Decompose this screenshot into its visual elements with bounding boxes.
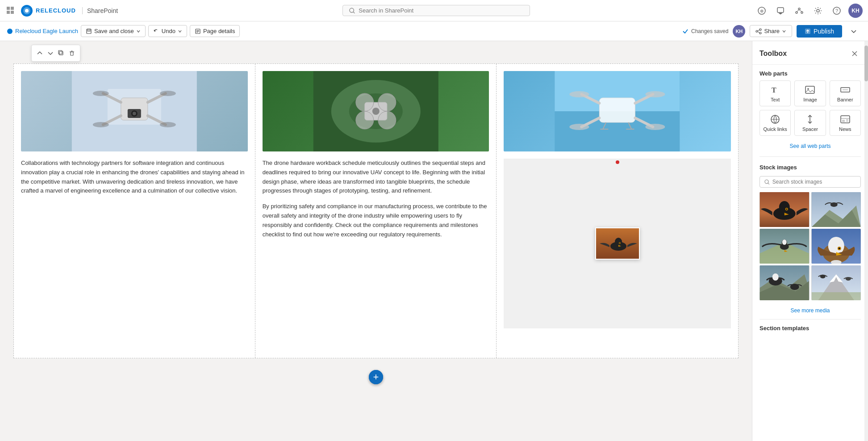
undo-icon: [153, 28, 159, 34]
main-layout: Collaborations with technology partners …: [0, 41, 868, 441]
drone-image-3[interactable]: [504, 71, 731, 151]
column-1: Collaborations with technology partners …: [14, 64, 255, 358]
add-section-icon[interactable]: +: [369, 370, 383, 384]
user-avatar[interactable]: KH: [848, 4, 863, 18]
dragged-image-preview: [595, 227, 640, 260]
site-dot: [7, 29, 13, 34]
stock-image-6[interactable]: [811, 265, 861, 300]
undo-button[interactable]: Undo: [148, 25, 187, 37]
stock-image-4[interactable]: [811, 229, 861, 264]
web-part-spacer[interactable]: Spacer: [794, 110, 826, 136]
content-area: Collaborations with technology partners …: [0, 41, 752, 441]
save-icon: [86, 28, 92, 34]
spacer-label: Spacer: [802, 126, 818, 132]
spacer-webpart-icon: [805, 114, 815, 125]
stock-image-3[interactable]: [760, 229, 810, 264]
help-icon-btn[interactable]: ?: [830, 4, 844, 18]
search-input[interactable]: [359, 7, 523, 14]
changes-saved-label: Changes saved: [682, 28, 728, 34]
drone-image-1[interactable]: [21, 71, 248, 151]
web-part-text[interactable]: T Text: [760, 80, 791, 106]
right-panel: Toolbox Web parts: [752, 41, 868, 441]
settings-icon-btn[interactable]: [811, 4, 825, 18]
web-parts-grid: T Text Image Banner Quick links Spacer: [752, 80, 868, 141]
web-part-news[interactable]: News: [830, 110, 861, 136]
drone-img-3-svg: [504, 71, 731, 151]
comment-icon-btn[interactable]: [773, 4, 788, 18]
svg-rect-62: [600, 98, 635, 122]
svg-rect-34: [58, 50, 62, 54]
share-icon-btn[interactable]: ⊕: [755, 4, 769, 18]
panel-header: Toolbox: [752, 41, 868, 65]
svg-point-70: [646, 124, 665, 130]
three-column-section: Collaborations with technology partners …: [13, 63, 739, 358]
web-part-quick-links[interactable]: Quick links: [760, 110, 791, 136]
toolbar-copy[interactable]: [57, 47, 66, 59]
edit-bar: Relecloud Eagle Launch Save and close Un…: [0, 21, 868, 41]
svg-point-14: [801, 12, 803, 13]
stock-image-2[interactable]: [811, 192, 861, 227]
see-all-web-parts[interactable]: See all web parts: [752, 141, 868, 155]
save-close-button[interactable]: Save and close: [81, 25, 146, 37]
share-button[interactable]: Share: [750, 25, 792, 37]
search-bar[interactable]: [342, 5, 530, 16]
image-drop-area[interactable]: [504, 159, 731, 328]
publish-button[interactable]: Publish: [797, 25, 842, 38]
svg-line-29: [758, 30, 760, 31]
stock-image-5[interactable]: [760, 265, 810, 300]
svg-point-68: [646, 91, 665, 97]
svg-point-67: [570, 91, 589, 97]
stock-images-label: Stock images: [752, 159, 868, 174]
scrollbar-thumb[interactable]: [864, 46, 868, 81]
stock-search-bar[interactable]: [760, 176, 861, 188]
add-section-button[interactable]: +: [369, 370, 383, 384]
svg-text:?: ?: [835, 8, 838, 13]
author-avatar[interactable]: KH: [733, 25, 745, 38]
divider-2: [760, 319, 861, 319]
col2-text1: The drone hardware workback schedule met…: [263, 159, 489, 196]
top-bar: RELECLOUD SharePoint ⊕ ? KH: [0, 0, 868, 21]
quick-links-label: Quick links: [764, 126, 787, 132]
svg-point-78: [615, 238, 622, 246]
float-toolbar: [31, 45, 80, 62]
svg-point-57: [355, 111, 373, 129]
toolbar-move-up[interactable]: [35, 47, 44, 59]
app-grid-icon[interactable]: [5, 5, 16, 16]
svg-point-46: [93, 122, 109, 127]
quick-links-icon: [770, 114, 780, 125]
svg-point-27: [756, 30, 758, 32]
scrollbar-track[interactable]: [864, 41, 868, 441]
svg-text:T: T: [772, 86, 776, 94]
web-part-banner[interactable]: Banner: [830, 80, 861, 106]
svg-rect-11: [777, 8, 784, 13]
svg-point-140: [845, 277, 851, 281]
panel-close-button[interactable]: [848, 47, 861, 60]
image-label: Image: [803, 97, 817, 102]
svg-point-115: [830, 202, 837, 207]
toolbar-move-down[interactable]: [46, 47, 55, 59]
web-part-image[interactable]: Image: [794, 80, 826, 106]
svg-marker-138: [811, 292, 860, 300]
svg-point-45: [160, 91, 176, 96]
toolbar-delete[interactable]: [67, 47, 76, 59]
page-details-button[interactable]: Page details: [190, 25, 240, 37]
svg-point-58: [378, 111, 396, 129]
svg-rect-0: [7, 7, 10, 10]
drone-img-1-svg: [21, 71, 248, 151]
svg-rect-2: [7, 11, 10, 14]
svg-point-26: [760, 29, 761, 30]
stock-search-input[interactable]: [772, 179, 856, 185]
svg-rect-92: [805, 86, 814, 93]
svg-point-80: [619, 243, 620, 244]
svg-rect-100: [842, 120, 845, 122]
network-icon-btn[interactable]: [792, 4, 806, 18]
collapse-panel-button[interactable]: [847, 24, 861, 38]
undo-dropdown-icon: [178, 29, 182, 34]
see-more-media[interactable]: See more media: [752, 304, 868, 317]
stock-image-1[interactable]: [760, 192, 810, 227]
site-name[interactable]: Relecloud Eagle Launch: [7, 28, 78, 34]
col1-text: Collaborations with technology partners …: [21, 159, 248, 196]
svg-line-16: [799, 10, 802, 12]
svg-text:⊕: ⊕: [760, 8, 764, 13]
drone-image-2[interactable]: [263, 71, 489, 151]
